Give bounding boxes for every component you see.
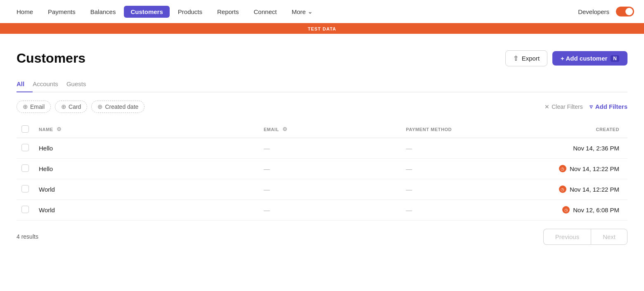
nav-balances[interactable]: Balances: [84, 6, 123, 18]
filters-right: ✕ Clear Filters ▿ Add Filters: [545, 103, 627, 110]
email-col-settings-icon[interactable]: ⚙: [282, 126, 288, 132]
col-header-email: EMAIL ⚙: [259, 121, 401, 138]
col-header-name: NAME ⚙: [34, 121, 259, 138]
col-header-payment: PAYMENT METHOD: [401, 121, 520, 138]
row-checkbox-0[interactable]: [21, 144, 29, 151]
add-customer-button[interactable]: + Add customer N: [552, 51, 627, 66]
clear-filters-button[interactable]: ✕ Clear Filters: [545, 103, 582, 110]
row-email-0: —: [259, 138, 401, 158]
export-icon: ⇧: [513, 54, 519, 62]
tab-guests[interactable]: Guests: [66, 76, 95, 92]
row-checkbox-2[interactable]: [21, 185, 29, 192]
filter-card[interactable]: ⊕ Card: [55, 101, 87, 113]
row-name-0: Hello: [34, 138, 259, 158]
table-row[interactable]: World — — ◷ Nov 12, 6:08 PM: [17, 199, 627, 220]
row-checkbox-3[interactable]: [21, 206, 29, 213]
funnel-icon: ▿: [590, 103, 593, 110]
test-data-banner: TEST DATA: [0, 24, 644, 34]
plus-icon: ⊕: [61, 103, 66, 110]
previous-button[interactable]: Previous: [543, 229, 591, 245]
page-header: Customers ⇧ Export + Add customer N: [17, 50, 627, 66]
nav-reports[interactable]: Reports: [211, 6, 246, 18]
clock-icon: ◷: [559, 185, 566, 193]
table-row[interactable]: World — — ◷ Nov 14, 12:22 PM: [17, 179, 627, 199]
nav-developers[interactable]: Developers: [578, 8, 609, 15]
select-all-checkbox[interactable]: [21, 125, 29, 133]
plus-icon: ⊕: [97, 103, 103, 110]
name-col-settings-icon[interactable]: ⚙: [57, 126, 62, 132]
col-header-created: CREATED: [520, 121, 627, 138]
nav-products[interactable]: Products: [171, 6, 209, 18]
tab-accounts[interactable]: Accounts: [33, 76, 66, 92]
row-email-1: —: [259, 158, 401, 179]
row-payment-1: —: [401, 158, 520, 179]
customer-tabs: All Accounts Guests: [17, 76, 627, 92]
tab-all[interactable]: All: [17, 76, 33, 92]
row-payment-3: —: [401, 199, 520, 220]
keyboard-shortcut-badge: N: [611, 55, 619, 62]
nav-payments[interactable]: Payments: [41, 6, 82, 18]
row-email-3: —: [259, 199, 401, 220]
filter-email[interactable]: ⊕ Email: [17, 101, 51, 113]
x-icon: ✕: [545, 103, 549, 110]
navigation: Home Payments Balances Customers Product…: [0, 0, 644, 24]
nav-customers[interactable]: Customers: [124, 6, 169, 18]
test-mode-toggle[interactable]: [616, 7, 634, 16]
row-name-3: World: [34, 199, 259, 220]
table-row[interactable]: Hello — — Nov 14, 2:36 PM: [17, 138, 627, 158]
nav-home[interactable]: Home: [10, 6, 40, 18]
table-footer: 4 results Previous Next: [17, 221, 627, 245]
nav-items: Home Payments Balances Customers Product…: [10, 5, 578, 18]
row-payment-0: —: [401, 138, 520, 158]
row-created-1: ◷ Nov 14, 12:22 PM: [520, 158, 627, 179]
row-email-2: —: [259, 179, 401, 199]
clock-icon: ◷: [559, 165, 566, 172]
header-actions: ⇧ Export + Add customer N: [505, 50, 627, 66]
results-count: 4 results: [17, 233, 38, 240]
nav-connect[interactable]: Connect: [247, 6, 284, 18]
plus-icon: ⊕: [23, 103, 28, 110]
page-title: Customers: [17, 51, 85, 66]
filters-row: ⊕ Email ⊕ Card ⊕ Created date ✕ Clear Fi…: [17, 101, 627, 113]
filter-created-date[interactable]: ⊕ Created date: [91, 101, 144, 113]
nav-more[interactable]: More ⌄: [285, 5, 319, 18]
chevron-down-icon: ⌄: [308, 8, 313, 15]
main-content: Customers ⇧ Export + Add customer N All …: [0, 34, 644, 253]
row-created-2: ◷ Nov 14, 12:22 PM: [520, 179, 627, 199]
clock-icon: ◷: [562, 206, 570, 214]
add-filters-button[interactable]: ▿ Add Filters: [590, 103, 627, 110]
row-checkbox-1[interactable]: [21, 164, 29, 172]
pagination: Previous Next: [543, 229, 627, 245]
row-name-1: Hello: [34, 158, 259, 179]
row-name-2: World: [34, 179, 259, 199]
row-created-0: Nov 14, 2:36 PM: [520, 138, 627, 158]
row-created-3: ◷ Nov 12, 6:08 PM: [520, 199, 627, 220]
nav-right: Developers: [578, 7, 634, 16]
export-button[interactable]: ⇧ Export: [505, 50, 547, 66]
next-button[interactable]: Next: [591, 229, 627, 245]
customers-table: NAME ⚙ EMAIL ⚙ PAYMENT METHOD CREATED He…: [17, 121, 627, 221]
table-row[interactable]: Hello — — ◷ Nov 14, 12:22 PM: [17, 158, 627, 179]
row-payment-2: —: [401, 179, 520, 199]
